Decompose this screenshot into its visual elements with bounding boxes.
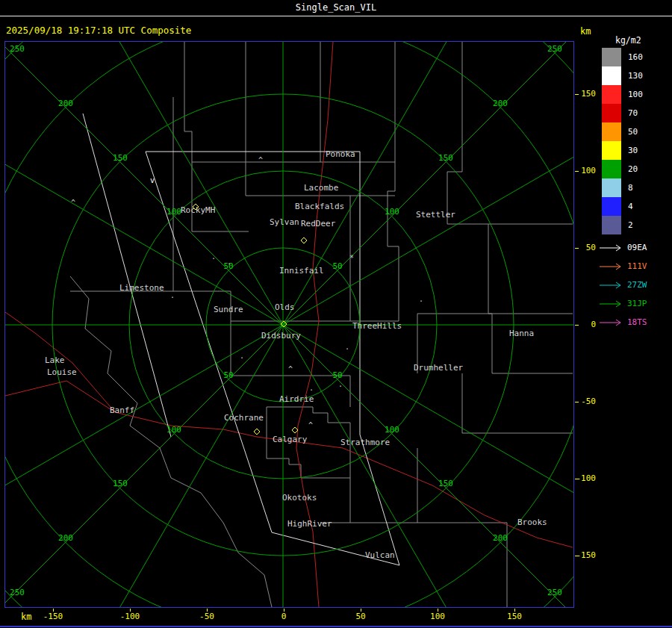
- ring-distance-label: 200: [493, 533, 508, 543]
- axis-tick: [361, 609, 361, 612]
- axis-tick: [438, 609, 438, 612]
- right-axis-tick-label: 150: [576, 89, 596, 99]
- legend-color-swatch: [602, 197, 621, 216]
- legend-site-id: 31JP: [627, 299, 647, 308]
- city-label: Lake: [45, 355, 65, 365]
- legend-color-swatch: [602, 66, 621, 85]
- radar-site-diamond: [301, 237, 307, 243]
- site-arrow-icon: [598, 318, 623, 327]
- legend-level-row: 20: [602, 160, 643, 178]
- legend-level-value: 2: [628, 220, 633, 230]
- city-label: Calgary: [273, 435, 308, 444]
- map-marker: .: [170, 291, 175, 299]
- bottom-axis-tick-label: -50: [196, 612, 218, 621]
- axis-tick: [575, 556, 579, 556]
- legend-color-swatch: [602, 160, 621, 178]
- legend-level-value: 160: [628, 52, 643, 62]
- legend-color-scale: 16013010070503020842: [602, 48, 643, 234]
- city-label: Sundre: [214, 305, 243, 314]
- right-axis-tick-label: 0: [576, 320, 596, 329]
- city-label: Limestone: [119, 283, 164, 293]
- legend-level-row: 100: [602, 85, 643, 104]
- city-label: RedDeer: [301, 219, 336, 228]
- city-labels: PonokaLacombeBlackfaldsSylvanRedDeerStet…: [45, 149, 547, 560]
- city-label: Innisfail: [279, 266, 324, 276]
- ring-distance-label: 200: [58, 533, 73, 543]
- city-label: RockyMH: [181, 205, 215, 215]
- legend-level-row: 30: [602, 141, 643, 160]
- map-marker: .: [240, 352, 244, 360]
- legend-radar-sites: 09EA111V27ZW31JP18TS: [598, 238, 647, 332]
- legend-level-row: 70: [602, 104, 643, 122]
- legend-site-id: 27ZW: [627, 280, 647, 290]
- bottom-axis-tick-label: 100: [426, 612, 449, 621]
- site-arrow-icon: [598, 281, 623, 290]
- ring-distance-label: 250: [547, 44, 562, 54]
- radar-site-diamond: [292, 427, 298, 433]
- legend-level-row: 8: [602, 178, 643, 197]
- ring-distance-label: 200: [493, 99, 508, 108]
- bottom-axis-tick-label: 50: [349, 612, 372, 621]
- ring-distance-label: 250: [10, 588, 25, 597]
- legend-level-value: 100: [628, 90, 643, 99]
- bottom-axis-tick-label: 150: [503, 612, 526, 621]
- bottom-border-line: [0, 626, 672, 627]
- right-axis-tick-label: 100: [576, 166, 596, 175]
- legend-unit-label: kg/m2: [615, 35, 641, 46]
- legend-level-value: 30: [628, 146, 638, 155]
- right-axis-unit: km: [580, 26, 591, 37]
- right-axis-tick-label: 50: [576, 243, 596, 252]
- city-label: Drumheller: [414, 363, 464, 373]
- ring-distance-label: 150: [113, 153, 128, 163]
- map-marker: .: [345, 343, 349, 351]
- ring-distance-label: 50: [332, 370, 342, 380]
- legend-level-value: 4: [628, 202, 633, 211]
- axis-tick: [575, 402, 579, 402]
- legend-level-value: 8: [628, 183, 633, 193]
- city-label: Strathmore: [340, 438, 390, 447]
- city-label: ThreeHills: [352, 321, 402, 331]
- bottom-axis-unit: km: [21, 612, 31, 622]
- legend-level-row: 2: [602, 216, 643, 234]
- city-label: Okotoks: [282, 493, 317, 503]
- right-axis-tick-label: -50: [576, 397, 596, 406]
- axis-tick: [575, 248, 579, 249]
- legend-level-row: 4: [602, 197, 643, 216]
- city-label: Didsbury: [261, 331, 301, 341]
- city-label: Lacombe: [304, 183, 338, 193]
- city-label: Banff: [110, 405, 134, 415]
- legend-site-id: 111V: [627, 261, 647, 271]
- scan-timestamp: 2025/09/18 19:17:18 UTC Composite: [6, 25, 191, 36]
- legend-level-row: 50: [602, 122, 643, 141]
- map-frame: 5050505010010010010015015015015020020020…: [4, 41, 574, 608]
- map-marker: .: [338, 380, 343, 388]
- azimuth-spoke: [52, 325, 283, 607]
- legend-color-swatch: [602, 48, 621, 66]
- axis-tick: [575, 171, 579, 172]
- ring-distance-label: 50: [332, 261, 342, 271]
- right-axis-tick-label: -150: [576, 550, 596, 560]
- map-marker: .: [211, 252, 216, 261]
- legend-site-row: 27ZW: [598, 276, 647, 294]
- legend-site-id: 18TS: [627, 317, 647, 327]
- legend-color-swatch: [602, 216, 621, 234]
- site-arrow-icon: [598, 243, 623, 252]
- city-label: Hanna: [509, 329, 534, 338]
- site-arrow-icon: [598, 262, 623, 271]
- map-marker: *: [349, 254, 354, 262]
- right-axis-tick-label: -100: [576, 473, 596, 483]
- radar-display-app: { "title": "Single_Scan_VIL", "header": …: [0, 0, 672, 628]
- map-marker: ^: [71, 199, 75, 207]
- axis-tick: [130, 609, 131, 612]
- ring-distance-label: 100: [167, 425, 181, 435]
- ring-distance-label: 100: [385, 425, 399, 435]
- city-label: Cochrane: [224, 413, 264, 423]
- map-marker: ^: [288, 365, 293, 373]
- city-label: Brooks: [517, 517, 547, 527]
- radar-site-diamond: [254, 429, 260, 435]
- ring-distance-label: 150: [113, 479, 128, 488]
- legend-level-value: 20: [628, 164, 638, 174]
- legend-level-row: 160: [602, 48, 643, 66]
- map-marker: .: [419, 295, 423, 303]
- legend-level-value: 50: [628, 127, 638, 137]
